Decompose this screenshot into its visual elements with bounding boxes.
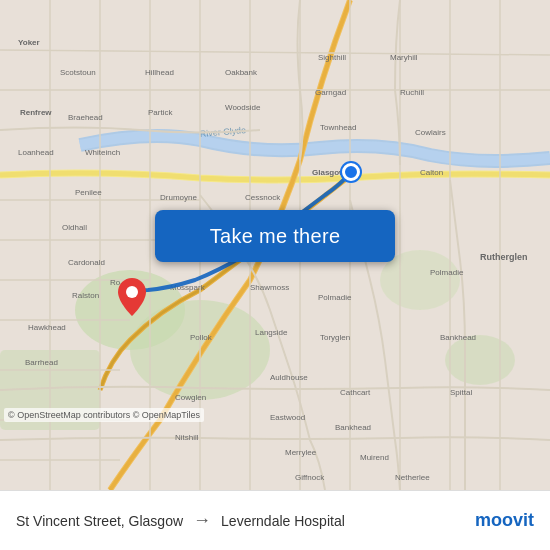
origin-dot [342,163,360,181]
svg-text:Scotstoun: Scotstoun [60,68,96,77]
svg-text:Woodside: Woodside [225,103,261,112]
svg-text:Netherlee: Netherlee [395,473,430,482]
svg-text:Bankhead: Bankhead [440,333,476,342]
svg-point-5 [445,335,515,385]
svg-text:Cardonald: Cardonald [68,258,105,267]
svg-text:Cessnock: Cessnock [245,193,281,202]
svg-text:Oakbank: Oakbank [225,68,258,77]
svg-text:Partick: Partick [148,108,173,117]
take-me-there-label: Take me there [210,225,341,248]
svg-text:Glasgow: Glasgow [312,168,346,177]
svg-text:Pollok: Pollok [190,333,213,342]
svg-text:Hillhead: Hillhead [145,68,174,77]
footer-arrow-icon: → [193,510,211,531]
svg-text:Townhead: Townhead [320,123,356,132]
svg-text:Cowglen: Cowglen [175,393,206,402]
svg-text:Braehead: Braehead [68,113,103,122]
svg-text:Eastwood: Eastwood [270,413,305,422]
take-me-there-button[interactable]: Take me there [155,210,395,262]
svg-text:Ralston: Ralston [72,291,99,300]
svg-text:Giffnock: Giffnock [295,473,325,482]
svg-text:Oldhall: Oldhall [62,223,87,232]
map-attribution: © OpenStreetMap contributors © OpenMapTi… [4,408,204,422]
footer-destination-label: Leverndale Hospital [221,513,345,529]
svg-text:Penilee: Penilee [75,188,102,197]
svg-text:Yoker: Yoker [18,38,40,47]
footer-origin-label: St Vincent Street, Glasgow [16,513,183,529]
svg-text:Calton: Calton [420,168,443,177]
footer-route-info: St Vincent Street, Glasgow → Leverndale … [16,510,475,531]
svg-text:Merrylee: Merrylee [285,448,317,457]
svg-text:Nitshill: Nitshill [175,433,199,442]
svg-text:Sighthill: Sighthill [318,53,346,62]
svg-text:Spittal: Spittal [450,388,472,397]
svg-text:Cowlairs: Cowlairs [415,128,446,137]
svg-text:Cathcart: Cathcart [340,388,371,397]
svg-text:Whiteinch: Whiteinch [85,148,120,157]
svg-text:Langside: Langside [255,328,288,337]
svg-text:Renfrew: Renfrew [20,108,52,117]
svg-text:Muirend: Muirend [360,453,389,462]
svg-text:Drumoyne: Drumoyne [160,193,197,202]
svg-text:Polmadie: Polmadie [430,268,464,277]
svg-text:Auldhouse: Auldhouse [270,373,308,382]
svg-text:Hawkhead: Hawkhead [28,323,66,332]
svg-text:Barrhead: Barrhead [25,358,58,367]
moovit-logo-text: moovit [475,510,534,531]
svg-point-77 [126,286,138,298]
svg-text:Rutherglen: Rutherglen [480,252,528,262]
moovit-logo: moovit [475,510,534,531]
svg-text:Ruchill: Ruchill [400,88,424,97]
svg-text:Maryhill: Maryhill [390,53,418,62]
svg-text:Bankhead: Bankhead [335,423,371,432]
svg-text:Garngad: Garngad [315,88,346,97]
destination-pin [118,278,146,320]
map-container: River Clyde [0,0,550,490]
footer: St Vincent Street, Glasgow → Leverndale … [0,490,550,550]
svg-text:Polmadie: Polmadie [318,293,352,302]
svg-text:Mosspark: Mosspark [170,283,206,292]
svg-text:Shawmoss: Shawmoss [250,283,289,292]
svg-text:Toryglen: Toryglen [320,333,350,342]
svg-text:Loanhead: Loanhead [18,148,54,157]
